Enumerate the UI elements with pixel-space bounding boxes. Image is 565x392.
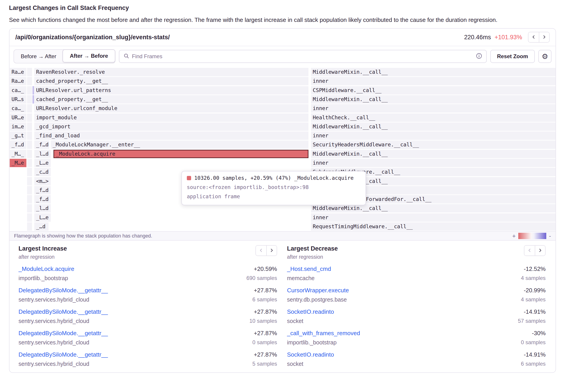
flame-frame[interactable]: _l…d <box>34 204 51 212</box>
function-link[interactable]: SocketIO.readinto <box>287 351 334 358</box>
decrease-list: _Host.send_cmdmemcache-12.52%4 samplesCu… <box>287 266 546 367</box>
flame-frame[interactable]: URLResolver.urlconf_module <box>34 104 309 112</box>
flame-frame[interactable]: UR…s <box>10 95 26 103</box>
flame-frame[interactable]: <m…> <box>34 177 51 185</box>
flame-frame[interactable]: _ModuleLockManager.__enter__ <box>51 140 309 149</box>
entry-right: -30%0 samples <box>521 330 546 346</box>
flame-frame[interactable]: ca…_ <box>10 104 26 112</box>
flame-frame[interactable]: RequestTimingMiddleware.__call__ <box>311 222 555 231</box>
flame-frame[interactable]: cached_property.__get__ <box>34 95 309 103</box>
decrease-prev-button[interactable] <box>524 246 535 255</box>
flame-frame[interactable]: _find_and_load <box>34 131 309 140</box>
flame-frame[interactable] <box>27 168 32 176</box>
function-link[interactable]: _ModuleLock.acquire <box>18 266 74 272</box>
gear-icon: ⚙ <box>542 52 548 61</box>
flame-frame[interactable] <box>27 131 32 140</box>
flame-frame[interactable]: MiddlewareMixin.__call__ <box>311 123 555 131</box>
toggle-after-before[interactable]: After → Before <box>62 49 115 62</box>
increase-prev-button[interactable] <box>256 246 266 255</box>
find-frames-search[interactable] <box>119 50 487 63</box>
settings-button[interactable]: ⚙ <box>538 50 551 63</box>
decrease-next-button[interactable] <box>535 246 545 255</box>
flame-frame[interactable]: MiddlewareMixin.__call__ <box>311 204 555 212</box>
flame-frame[interactable]: import_module <box>34 113 309 122</box>
page-header: Largest Changes in Call Stack Frequency … <box>0 0 565 25</box>
flame-frame[interactable]: UR…e <box>10 113 26 122</box>
flame-frame[interactable]: MiddlewareMixin.__call__ <box>311 95 555 103</box>
flame-frame[interactable]: _c…d <box>34 168 51 176</box>
flame-frame[interactable]: _f…d <box>34 140 49 149</box>
flame-frame[interactable]: _L…e <box>34 213 51 222</box>
next-endpoint-button[interactable] <box>539 32 549 42</box>
flame-frame[interactable] <box>32 95 34 103</box>
flame-frame[interactable]: im…e <box>10 123 26 131</box>
function-link[interactable]: DelegatedBySiloMode.__getattr__ <box>18 308 108 315</box>
flamegraph[interactable]: Ra…eRavenResolver._resolveMiddlewareMixi… <box>10 67 555 231</box>
flame-frame[interactable]: inner <box>311 159 555 167</box>
legend-scale: + - <box>512 233 551 239</box>
flame-frame[interactable]: inner <box>311 213 555 222</box>
flame-frame[interactable]: Ra…e <box>10 77 26 85</box>
flame-frame[interactable]: cached_property.__get__ <box>34 77 309 85</box>
flame-frame[interactable]: _f…d <box>34 186 51 195</box>
flame-frame[interactable] <box>27 95 32 103</box>
flame-frame[interactable] <box>27 68 32 76</box>
flame-frame[interactable]: _M…e <box>10 159 26 167</box>
function-link[interactable]: _call_with_frames_removed <box>287 330 360 337</box>
function-link[interactable]: _Host.send_cmd <box>287 266 331 272</box>
flame-frame[interactable] <box>27 123 32 131</box>
flame-frame[interactable]: Ra…e <box>10 68 26 76</box>
entry-right: -20.99%4 samples <box>521 287 546 303</box>
flame-frame[interactable]: _M…_ <box>10 150 26 158</box>
search-input[interactable] <box>132 53 473 59</box>
flame-frame[interactable]: _f…d <box>10 140 26 149</box>
flame-frame[interactable]: _…d <box>34 222 48 231</box>
flame-frame[interactable]: URLResolver.url_patterns <box>34 86 309 95</box>
flame-frame[interactable]: MiddlewareMixin.__call__ <box>311 68 555 76</box>
flame-frame[interactable]: ca…_ <box>10 86 26 95</box>
flame-frame[interactable] <box>27 113 32 122</box>
flame-frame[interactable] <box>27 222 32 231</box>
increase-next-button[interactable] <box>266 246 277 255</box>
toggle-before-after[interactable]: Before → After <box>14 50 63 63</box>
flame-frame[interactable]: RavenResolver._resolve <box>34 68 309 76</box>
flame-frame[interactable]: HealthCheck.__call__ <box>311 113 555 122</box>
function-link[interactable]: DelegatedBySiloMode.__getattr__ <box>18 330 108 337</box>
prev-endpoint-button[interactable] <box>528 32 539 42</box>
entry-left: SocketIO.readintosocket <box>287 308 334 324</box>
search-icon <box>123 53 129 60</box>
percent-value: -14.91% <box>521 351 546 358</box>
flame-frame[interactable] <box>27 86 32 95</box>
flamegraph-toolbar: Before → After After → Before Reset Zoom… <box>10 46 555 67</box>
flame-frame[interactable] <box>27 150 32 158</box>
flame-frame[interactable]: _gcd_import <box>34 123 309 131</box>
flame-frame[interactable] <box>27 159 32 167</box>
flame-frame[interactable]: inner <box>311 104 555 112</box>
flame-frame[interactable]: _ModuleLock.acquire <box>54 150 309 158</box>
function-link[interactable]: CursorWrapper.execute <box>287 287 349 294</box>
flame-frame[interactable] <box>27 186 32 195</box>
flame-frame[interactable]: CSPMiddleware.__call__ <box>311 86 555 95</box>
function-link[interactable]: DelegatedBySiloMode.__getattr__ <box>18 287 108 294</box>
flame-frame[interactable]: SecurityHeadersMiddleware.__call__ <box>311 140 555 149</box>
flame-frame[interactable]: _g…t <box>10 131 26 140</box>
flame-frame[interactable] <box>27 204 32 212</box>
flame-frame[interactable] <box>27 140 32 149</box>
info-icon[interactable] <box>476 53 482 60</box>
samples-value: 690 samples <box>246 275 277 281</box>
flame-frame[interactable]: MiddlewareMixin.__call__ <box>311 150 555 158</box>
flame-frame[interactable] <box>27 77 32 85</box>
flame-frame[interactable]: inner <box>311 77 555 85</box>
flame-frame[interactable] <box>27 177 32 185</box>
function-link[interactable]: SocketIO.readinto <box>287 308 334 315</box>
flame-frame[interactable]: _l…d <box>34 150 51 158</box>
flame-frame[interactable] <box>27 104 32 112</box>
flame-frame[interactable]: inner <box>311 131 555 140</box>
reset-zoom-button[interactable]: Reset Zoom <box>490 50 535 63</box>
flame-frame[interactable] <box>27 195 32 203</box>
function-link[interactable]: DelegatedBySiloMode.__getattr__ <box>18 351 108 358</box>
flame-frame[interactable] <box>27 213 32 222</box>
flame-frame[interactable]: _L…e <box>34 159 51 167</box>
flame-frame[interactable] <box>32 86 34 95</box>
flame-frame[interactable]: _f…d <box>34 195 51 203</box>
